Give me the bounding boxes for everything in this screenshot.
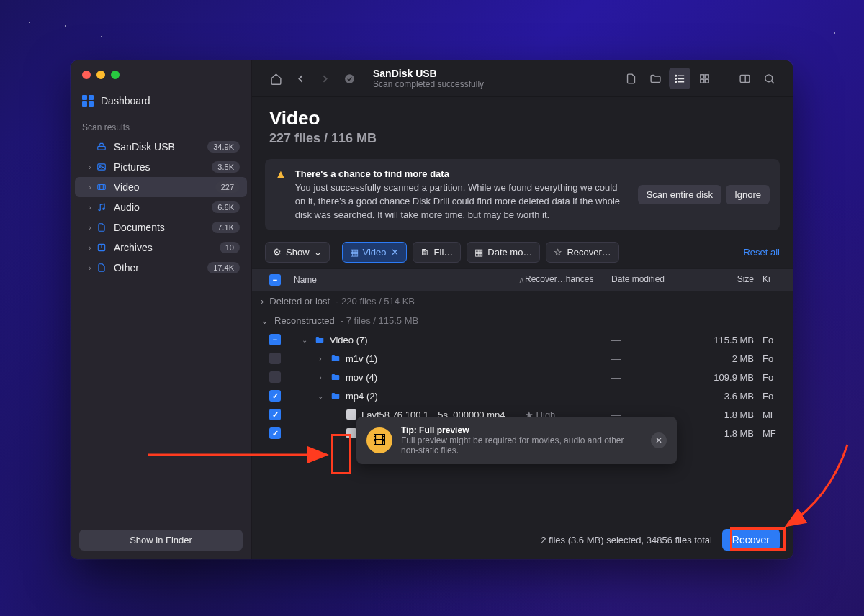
row-checkbox[interactable] xyxy=(269,353,281,364)
sidebar-item-archives[interactable]: ›Archives10 xyxy=(75,237,247,258)
svg-rect-17 xyxy=(700,74,703,78)
file-kind: Fo xyxy=(762,391,784,402)
list-view-icon[interactable] xyxy=(669,68,690,89)
clear-filter-icon[interactable]: ✕ xyxy=(391,247,399,258)
sidebar-item-video[interactable]: ›Video227 xyxy=(75,177,247,197)
sidebar-item-label: Pictures xyxy=(114,161,212,173)
show-filter[interactable]: ⚙Show⌄ xyxy=(265,242,330,263)
scan-entire-disk-button[interactable]: Scan entire disk xyxy=(638,185,722,204)
sidebar-item-audio[interactable]: ›Audio6.6K xyxy=(75,197,247,217)
svg-line-24 xyxy=(771,81,774,83)
footer-bar: 2 files (3.6 MB) selected, 34856 files t… xyxy=(252,520,793,559)
file-kind: Fo xyxy=(762,335,784,345)
tip-title: Tip: Full preview xyxy=(401,425,469,435)
file-row[interactable]: ⌄Video (7)—115.5 MBFo xyxy=(252,330,793,349)
kind-column-header[interactable]: Ki xyxy=(762,274,784,286)
file-view-icon[interactable] xyxy=(620,68,642,89)
row-checkbox[interactable] xyxy=(269,409,281,420)
folder-icon xyxy=(330,371,341,383)
sidebar-item-label: Video xyxy=(114,181,215,193)
sidebar-item-label: Archives xyxy=(114,242,220,253)
sidebar-item-label: Audio xyxy=(114,201,212,213)
folder-icon xyxy=(330,390,341,402)
sidebar-toggle-icon[interactable] xyxy=(734,68,755,89)
sidebar-item-pictures[interactable]: ›Pictures3.5K xyxy=(75,157,247,177)
date-modified: — xyxy=(611,353,698,364)
sidebar-item-sandisk-usb[interactable]: SanDisk USB34.9K xyxy=(75,137,247,157)
show-in-finder-button[interactable]: Show in Finder xyxy=(79,530,243,551)
close-icon[interactable] xyxy=(82,71,91,79)
sidebar-item-other[interactable]: ›Other17.4K xyxy=(75,258,247,278)
group-row[interactable]: ›Deleted or lost - 220 files / 514 KB xyxy=(252,291,793,311)
image-icon xyxy=(95,161,108,173)
row-checkbox[interactable] xyxy=(269,390,281,402)
row-checkbox[interactable] xyxy=(269,371,281,383)
svg-point-2 xyxy=(99,166,101,167)
file-kind: Fo xyxy=(762,372,784,383)
reset-filters-link[interactable]: Reset all xyxy=(743,247,780,258)
doc-icon xyxy=(95,222,108,233)
ignore-button[interactable]: Ignore xyxy=(726,185,770,204)
expand-icon: ⌄ xyxy=(261,315,269,326)
row-checkbox[interactable] xyxy=(269,334,281,345)
svg-point-7 xyxy=(103,208,104,209)
filter-bar: ⚙Show⌄ ▦Video✕ 🗎Fil… ▦Date mo… ☆Recover…… xyxy=(252,236,793,268)
date-filter[interactable]: ▦Date mo… xyxy=(467,242,540,263)
file-name: m1v (1) xyxy=(346,353,377,364)
recover-button[interactable]: Recover xyxy=(722,529,780,551)
recovery-column-header[interactable]: Recover…hances xyxy=(525,274,611,286)
back-icon[interactable] xyxy=(289,68,311,89)
svg-rect-20 xyxy=(705,79,708,83)
page-title: Video xyxy=(269,107,775,130)
expand-icon: › xyxy=(315,373,325,381)
file-icon: 🗎 xyxy=(420,247,430,258)
audio-icon xyxy=(95,201,108,213)
window-controls xyxy=(71,60,251,89)
drive-icon xyxy=(95,141,108,153)
select-all-checkbox[interactable] xyxy=(269,274,281,286)
file-row[interactable]: ⌄mp4 (2)—3.6 MBFo xyxy=(252,386,793,405)
dashboard-nav[interactable]: Dashboard xyxy=(71,89,251,112)
filetype-filter[interactable]: 🗎Fil… xyxy=(413,242,462,263)
banner-body: You just successfully scanned a partitio… xyxy=(295,182,620,220)
minimize-icon[interactable] xyxy=(96,71,105,79)
size-column-header[interactable]: Size xyxy=(698,274,762,286)
svg-rect-18 xyxy=(705,74,708,78)
date-modified: — xyxy=(611,391,698,402)
group-row[interactable]: ⌄Reconstructed - 7 files / 115.5 MB xyxy=(252,311,793,330)
file-row[interactable]: ›mov (4)—109.9 MBFo xyxy=(252,368,793,386)
recovery-filter[interactable]: ☆Recover… xyxy=(546,242,618,263)
chevron-right-icon: › xyxy=(85,224,95,232)
file-kind: MF xyxy=(762,409,784,420)
table-header: Name ∧ Recover…hances Date modified Size… xyxy=(252,268,793,291)
svg-point-10 xyxy=(345,74,354,83)
chevron-right-icon: › xyxy=(85,184,95,191)
selection-status: 2 files (3.6 MB) selected, 34856 files t… xyxy=(541,535,712,545)
video-filter-chip[interactable]: ▦Video✕ xyxy=(342,242,407,263)
file-list: ›Deleted or lost - 220 files / 514 KB⌄Re… xyxy=(252,291,793,520)
name-column-header[interactable]: Name ∧ xyxy=(289,274,525,286)
tip-body: Full preview might be required for movie… xyxy=(401,435,642,456)
sidebar-item-label: Other xyxy=(114,262,207,273)
app-window: Dashboard Scan results SanDisk USB34.9K›… xyxy=(71,60,793,559)
video-icon xyxy=(95,181,108,193)
sidebar-item-documents[interactable]: ›Documents7.1K xyxy=(75,217,247,237)
folder-view-icon[interactable] xyxy=(644,68,666,89)
maximize-icon[interactable] xyxy=(111,71,120,79)
svg-point-14 xyxy=(675,75,676,76)
home-icon[interactable] xyxy=(265,68,287,89)
date-column-header[interactable]: Date modified xyxy=(611,274,698,286)
svg-point-23 xyxy=(765,74,772,81)
file-icon xyxy=(346,427,357,439)
search-icon[interactable] xyxy=(758,68,780,89)
film-icon: 🎞 xyxy=(366,427,392,453)
forward-icon[interactable] xyxy=(314,68,336,89)
sidebar: Dashboard Scan results SanDisk USB34.9K›… xyxy=(71,60,252,559)
count-badge: 6.6K xyxy=(212,201,240,213)
file-name: Video (7) xyxy=(330,335,368,345)
close-tip-button[interactable]: ✕ xyxy=(651,432,667,448)
expand-icon: ⌄ xyxy=(300,336,310,344)
file-row[interactable]: ›m1v (1)—2 MBFo xyxy=(252,349,793,368)
row-checkbox[interactable] xyxy=(269,427,281,439)
grid-view-icon[interactable] xyxy=(693,68,715,89)
